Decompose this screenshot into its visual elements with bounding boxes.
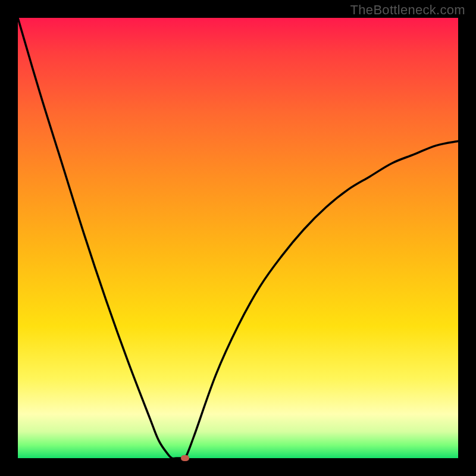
minimum-marker bbox=[181, 455, 189, 461]
watermark-text: TheBottleneck.com bbox=[350, 2, 465, 18]
chart-container: TheBottleneck.com bbox=[0, 0, 476, 476]
bottleneck-curve bbox=[18, 18, 458, 460]
curve-svg bbox=[18, 18, 458, 458]
plot-area bbox=[18, 18, 458, 458]
